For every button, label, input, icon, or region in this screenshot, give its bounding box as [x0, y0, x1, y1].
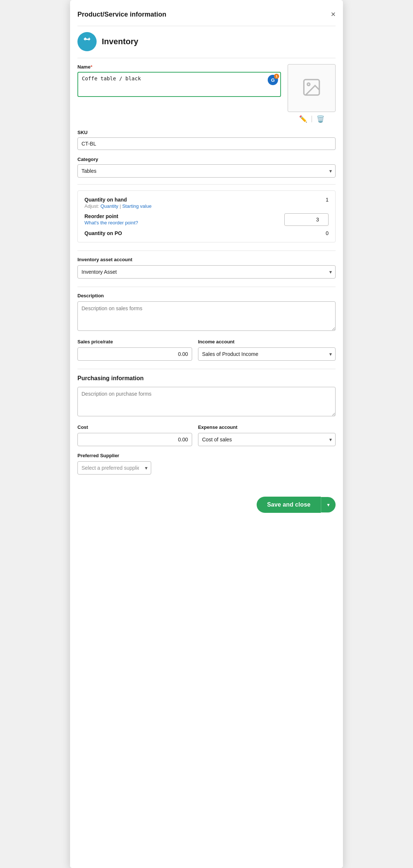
category-select[interactable]: Tables	[77, 164, 336, 178]
sales-price-input[interactable]	[77, 347, 192, 361]
name-input[interactable]	[77, 72, 281, 97]
reorder-point-row: Reorder point What's the reorder point?	[84, 213, 329, 226]
reorder-point-link[interactable]: What's the reorder point?	[84, 220, 138, 225]
income-account-label: Income account	[198, 339, 336, 344]
reorder-point-info: Reorder point What's the reorder point?	[84, 213, 138, 226]
qty-divider	[77, 251, 336, 251]
expense-account-select-wrapper: Cost of sales ▾	[198, 433, 336, 446]
sales-row: Sales price/rate Income account Sales of…	[77, 339, 336, 361]
image-placeholder	[301, 77, 322, 99]
category-select-wrapper: Tables ▾	[77, 164, 336, 178]
expense-account-select[interactable]: Cost of sales	[198, 433, 336, 446]
qty-on-hand-info: Quantity on hand Adjust: Quantity | Star…	[84, 197, 152, 209]
name-input-wrapper: G 1	[77, 72, 281, 98]
image-actions: ✏️ 🗑️	[298, 114, 325, 124]
qty-on-hand-value: 1	[326, 197, 329, 203]
reorder-point-label: Reorder point	[84, 213, 138, 219]
quantity-section: Quantity on hand Adjust: Quantity | Star…	[77, 190, 336, 242]
header-divider	[77, 26, 336, 26]
product-image	[288, 64, 336, 112]
qty-on-po-label: Quantity on PO	[84, 230, 122, 236]
type-icon	[77, 32, 97, 51]
supplier-label: Preferred Supplier	[77, 453, 336, 458]
description-label: Description	[77, 293, 336, 298]
sku-label: SKU	[77, 130, 336, 135]
qty-quantity-link[interactable]: Quantity	[100, 203, 118, 209]
category-section: Category Tables ▾	[77, 157, 336, 178]
tshirt-icon	[82, 36, 92, 47]
name-image-row: Name* G 1	[77, 64, 336, 124]
income-account-section: Income account Sales of Product Income ▾	[198, 339, 336, 361]
image-actions-divider	[312, 116, 312, 122]
cost-input[interactable]	[77, 433, 192, 446]
type-row: Inventory	[77, 32, 336, 51]
expense-account-label: Expense account	[198, 424, 336, 430]
type-divider	[77, 58, 336, 58]
category-divider	[77, 184, 336, 185]
inventory-asset-label: Inventory asset account	[77, 257, 336, 262]
modal-title: Product/Service information	[77, 11, 166, 18]
product-service-modal: Product/Service information × Inventory …	[70, 0, 343, 868]
inventory-asset-select-wrapper: Inventory Asset ▾	[77, 265, 336, 279]
cost-row: Cost Expense account Cost of sales ▾	[77, 424, 336, 446]
modal-header: Product/Service information ×	[77, 10, 336, 18]
expense-account-section: Expense account Cost of sales ▾	[198, 424, 336, 446]
edit-image-button[interactable]: ✏️	[298, 114, 308, 124]
qty-on-hand-row: Quantity on hand Adjust: Quantity | Star…	[84, 197, 329, 209]
grammarly-badge: G 1	[268, 75, 278, 85]
cost-section: Cost	[77, 424, 192, 446]
save-close-button[interactable]: Save and close	[257, 497, 321, 513]
income-account-select-wrapper: Sales of Product Income ▾	[198, 347, 336, 361]
qty-on-hand-label: Quantity on hand	[84, 197, 152, 203]
qty-on-po-value: 0	[326, 230, 329, 236]
svg-point-1	[307, 83, 310, 85]
description-section: Description	[77, 293, 336, 332]
purchasing-section: Purchasing information Cost Expense acco…	[77, 375, 336, 475]
purchasing-description-input[interactable]	[77, 387, 336, 416]
purchasing-title: Purchasing information	[77, 375, 336, 382]
description-input[interactable]	[77, 301, 336, 331]
image-icon	[301, 77, 322, 98]
footer-row: Save and close ▾	[77, 497, 336, 513]
delete-image-button[interactable]: 🗑️	[316, 114, 325, 124]
qty-adjust-row: Adjust: Quantity | Starting value	[84, 203, 152, 209]
save-arrow-icon: ▾	[327, 502, 330, 508]
name-label: Name*	[77, 64, 281, 70]
supplier-select-wrapper: Select a preferred supplier ▾	[77, 461, 151, 475]
close-button[interactable]: ×	[331, 10, 336, 18]
sku-input[interactable]	[77, 137, 336, 150]
reorder-point-input[interactable]	[284, 213, 329, 226]
preferred-supplier-section: Preferred Supplier Select a preferred su…	[77, 453, 336, 475]
sales-price-section: Sales price/rate	[77, 339, 192, 361]
sku-section: SKU	[77, 130, 336, 150]
qty-on-po-row: Quantity on PO 0	[84, 230, 329, 236]
inventory-asset-select[interactable]: Inventory Asset	[77, 265, 336, 279]
type-label: Inventory	[102, 37, 138, 46]
category-label: Category	[77, 157, 336, 162]
asset-divider	[77, 287, 336, 287]
supplier-select[interactable]: Select a preferred supplier	[77, 461, 151, 475]
name-section: Name* G 1	[77, 64, 281, 98]
image-section: ✏️ 🗑️	[288, 64, 336, 124]
inventory-asset-section: Inventory asset account Inventory Asset …	[77, 257, 336, 279]
income-account-select[interactable]: Sales of Product Income	[198, 347, 336, 361]
sales-divider	[77, 369, 336, 369]
qty-starting-value-link[interactable]: Starting value	[122, 203, 152, 209]
cost-label: Cost	[77, 424, 192, 430]
sales-price-label: Sales price/rate	[77, 339, 192, 344]
save-dropdown-button[interactable]: ▾	[321, 497, 336, 512]
